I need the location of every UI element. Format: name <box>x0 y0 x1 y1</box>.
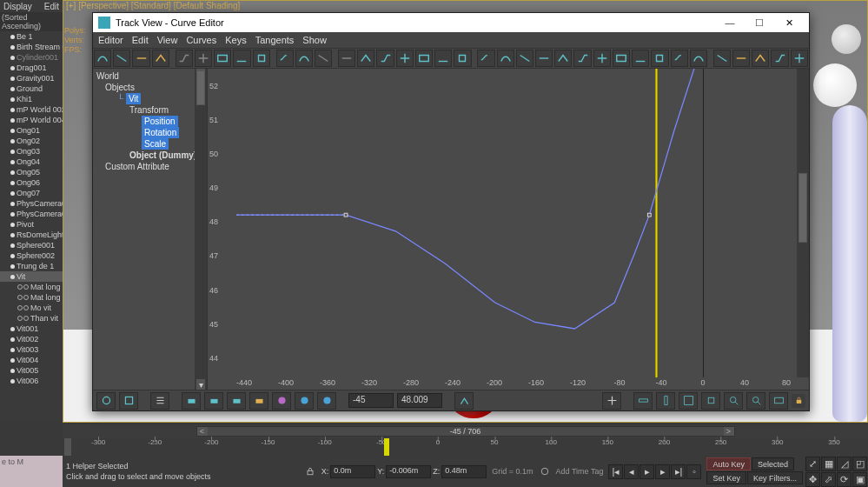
scene-item[interactable]: Vit001 <box>0 324 63 334</box>
host-menu-display[interactable]: Display <box>3 2 32 11</box>
toolbar-button-8[interactable] <box>253 50 270 67</box>
status-frame-field[interactable]: -45 <box>348 393 394 408</box>
nav-zoomall-icon[interactable]: ▦ <box>821 457 836 471</box>
nav-walk-icon[interactable]: ⬀ <box>821 472 836 487</box>
scene-item[interactable]: Ground <box>0 83 63 94</box>
status-snap-icon[interactable] <box>454 392 474 410</box>
ce-menu-keys[interactable]: Keys <box>225 35 246 45</box>
nav-zoom-icon[interactable]: ⤢ <box>805 457 820 471</box>
status-lock-icon[interactable] <box>792 394 805 408</box>
isolate-icon[interactable] <box>539 465 551 477</box>
nav-max-icon[interactable]: ▣ <box>852 472 867 487</box>
chart-v-scrollbar[interactable] <box>797 69 809 377</box>
zoom-region-icon[interactable] <box>724 392 743 410</box>
coord-y-field[interactable]: -0.006m <box>386 465 431 478</box>
toolbar-button-21[interactable] <box>516 50 533 67</box>
toolbar-button-33[interactable] <box>752 50 769 67</box>
toolbar-button-14[interactable] <box>376 50 394 67</box>
toolbar-button-26[interactable] <box>613 50 630 67</box>
tree-transform[interactable]: Transform <box>96 104 207 116</box>
scene-item[interactable]: mP World 002 <box>0 104 63 115</box>
key-mode-icon[interactable]: ◦ <box>686 464 701 479</box>
scene-item[interactable]: Vit005 <box>0 365 63 376</box>
toolbar-button-24[interactable] <box>573 50 591 67</box>
coord-z-field[interactable]: 0.48m <box>441 465 487 478</box>
scroll-down-icon[interactable]: ▾ <box>196 379 205 390</box>
scene-item[interactable]: Ong06 <box>0 177 63 188</box>
scene-item[interactable]: Ong02 <box>0 136 63 146</box>
scene-item[interactable]: Gravity001 <box>0 73 63 83</box>
tree-object-dummy[interactable]: Object (Dummy) <box>96 150 207 161</box>
ce-menu-editor[interactable]: Editor <box>98 35 123 45</box>
status-btn-c[interactable] <box>227 392 246 410</box>
toolbar-button-25[interactable] <box>593 50 611 67</box>
ruler-cursor[interactable] <box>384 438 389 456</box>
frame-all-icon[interactable] <box>769 392 788 410</box>
zoom-sel-icon[interactable] <box>701 392 720 410</box>
toolbar-button-23[interactable] <box>554 50 572 67</box>
toolbar-button-5[interactable] <box>195 50 212 67</box>
time-prev-icon[interactable]: < <box>197 427 208 436</box>
toolbar-button-19[interactable] <box>477 50 494 67</box>
scene-item[interactable]: Sphere001 <box>0 240 63 250</box>
curve-chart[interactable]: 444546474849505152 -440-400-360-320-280-… <box>208 69 809 390</box>
scene-item[interactable]: PhysCamera001 <box>0 198 63 209</box>
status-btn-e[interactable] <box>272 392 291 410</box>
scene-item[interactable]: Birth Stream 001 <box>0 42 63 52</box>
tree-scale[interactable]: Scale <box>142 138 169 150</box>
scene-item[interactable]: Be 1 <box>0 31 63 42</box>
nav-orbit-icon[interactable]: ⟳ <box>837 472 851 487</box>
scene-item[interactable]: Vit002 <box>0 334 63 344</box>
autokey-button[interactable]: Auto Key <box>706 457 751 470</box>
toolbar-button-31[interactable] <box>713 50 731 67</box>
toolbar-button-9[interactable] <box>276 50 294 67</box>
status-pan-icon[interactable] <box>602 392 621 410</box>
view-cube[interactable] <box>832 24 861 54</box>
status-list-icon[interactable] <box>150 392 169 410</box>
close-button[interactable]: ✕ <box>774 14 804 31</box>
scene-item[interactable]: Vit004 <box>0 355 63 365</box>
toolbar-button-15[interactable] <box>396 50 414 67</box>
zoom-ext-icon[interactable] <box>679 392 698 410</box>
goto-end-icon[interactable]: ▸| <box>671 464 686 479</box>
status-btn-d[interactable] <box>249 392 268 410</box>
tree-vit[interactable]: Vit <box>126 93 142 104</box>
time-slider-bar[interactable]: < -45 / 706 > <box>196 426 735 437</box>
scene-item[interactable]: Cylinder001 <box>0 52 63 63</box>
toolbar-button-30[interactable] <box>690 50 707 67</box>
viewport-label[interactable]: [+] [Perspective] [Standard] [Default Sh… <box>64 0 242 11</box>
play-icon[interactable]: ▸ <box>639 464 654 479</box>
status-tool-1[interactable] <box>96 392 116 410</box>
maxscript-mini[interactable]: e to M <box>0 456 63 487</box>
ce-menu-curves[interactable]: Curves <box>186 35 216 45</box>
toolbar-button-32[interactable] <box>732 50 750 67</box>
toolbar-button-18[interactable] <box>454 50 471 67</box>
scene-item[interactable]: Sphere002 <box>0 250 63 261</box>
goto-start-icon[interactable]: |◂ <box>608 464 623 479</box>
scene-item[interactable]: Mat long den <box>0 282 63 292</box>
toolbar-button-7[interactable] <box>233 50 250 67</box>
nav-fov-icon[interactable]: ◿ <box>837 457 851 471</box>
prev-frame-icon[interactable]: ◂ <box>624 464 639 479</box>
minimize-button[interactable]: — <box>715 14 745 31</box>
status-value-field[interactable]: 48.009 <box>397 393 442 408</box>
tree-position[interactable]: Position <box>142 116 178 127</box>
scene-item[interactable]: Khi1 <box>0 94 63 104</box>
toolbar-button-20[interactable] <box>497 50 514 67</box>
tree-custom-attribute[interactable]: Custom Attribute <box>96 161 207 172</box>
scene-item[interactable]: Mat long tran <box>0 292 63 303</box>
status-btn-f[interactable] <box>295 392 314 410</box>
status-tool-2[interactable] <box>119 392 138 410</box>
toolbar-button-22[interactable] <box>535 50 553 67</box>
scene-item[interactable]: Mo vit <box>0 303 63 313</box>
scene-item[interactable]: Ong07 <box>0 188 63 198</box>
scene-item[interactable]: PhysCamera001. <box>0 209 63 219</box>
zoom-icon[interactable] <box>746 392 765 410</box>
scene-item[interactable]: RsDomeLight001 <box>0 230 63 240</box>
scene-item[interactable]: Drag001 <box>0 63 63 73</box>
toolbar-button-16[interactable] <box>415 50 433 67</box>
toolbar-button-0[interactable] <box>94 50 111 67</box>
toolbar-button-34[interactable] <box>771 50 788 67</box>
keyfilters-button[interactable]: Key Filters... <box>747 471 803 484</box>
ce-menu-edit[interactable]: Edit <box>132 35 149 45</box>
